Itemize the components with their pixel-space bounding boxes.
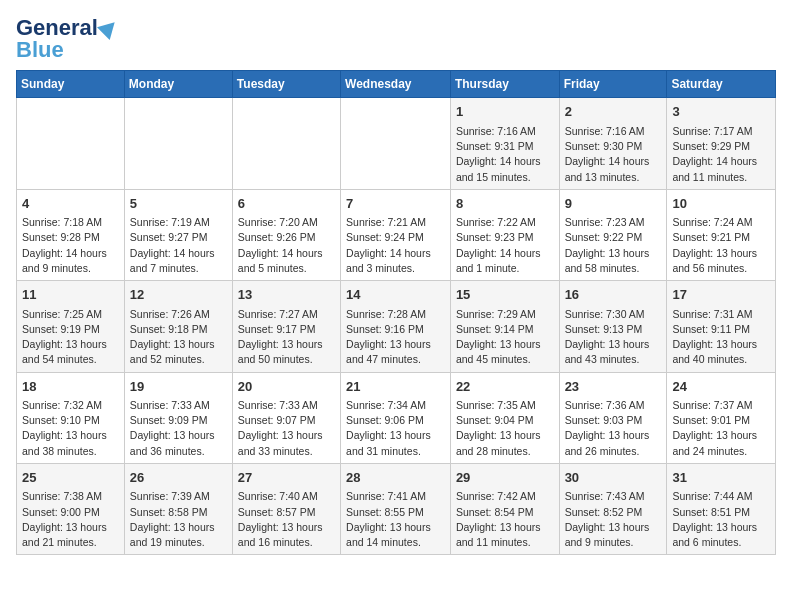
day-number: 23 xyxy=(565,377,662,397)
calendar-cell: 10Sunrise: 7:24 AM Sunset: 9:21 PM Dayli… xyxy=(667,189,776,280)
calendar-cell: 26Sunrise: 7:39 AM Sunset: 8:58 PM Dayli… xyxy=(124,463,232,554)
header-monday: Monday xyxy=(124,71,232,98)
day-info: Sunrise: 7:20 AM Sunset: 9:26 PM Dayligh… xyxy=(238,215,335,276)
day-number: 10 xyxy=(672,194,770,214)
day-number: 25 xyxy=(22,468,119,488)
calendar-cell: 18Sunrise: 7:32 AM Sunset: 9:10 PM Dayli… xyxy=(17,372,125,463)
header-friday: Friday xyxy=(559,71,667,98)
calendar-cell: 4Sunrise: 7:18 AM Sunset: 9:28 PM Daylig… xyxy=(17,189,125,280)
calendar-cell: 19Sunrise: 7:33 AM Sunset: 9:09 PM Dayli… xyxy=(124,372,232,463)
day-info: Sunrise: 7:42 AM Sunset: 8:54 PM Dayligh… xyxy=(456,489,554,550)
header-tuesday: Tuesday xyxy=(232,71,340,98)
day-info: Sunrise: 7:39 AM Sunset: 8:58 PM Dayligh… xyxy=(130,489,227,550)
calendar-cell: 22Sunrise: 7:35 AM Sunset: 9:04 PM Dayli… xyxy=(450,372,559,463)
calendar-header-row: SundayMondayTuesdayWednesdayThursdayFrid… xyxy=(17,71,776,98)
calendar-cell: 31Sunrise: 7:44 AM Sunset: 8:51 PM Dayli… xyxy=(667,463,776,554)
day-info: Sunrise: 7:41 AM Sunset: 8:55 PM Dayligh… xyxy=(346,489,445,550)
day-info: Sunrise: 7:30 AM Sunset: 9:13 PM Dayligh… xyxy=(565,307,662,368)
logo: General Blue xyxy=(16,16,118,62)
calendar-cell: 15Sunrise: 7:29 AM Sunset: 9:14 PM Dayli… xyxy=(450,281,559,372)
calendar-cell: 12Sunrise: 7:26 AM Sunset: 9:18 PM Dayli… xyxy=(124,281,232,372)
calendar-table: SundayMondayTuesdayWednesdayThursdayFrid… xyxy=(16,70,776,555)
day-info: Sunrise: 7:28 AM Sunset: 9:16 PM Dayligh… xyxy=(346,307,445,368)
calendar-cell xyxy=(124,98,232,189)
day-number: 9 xyxy=(565,194,662,214)
calendar-week-row: 11Sunrise: 7:25 AM Sunset: 9:19 PM Dayli… xyxy=(17,281,776,372)
day-number: 20 xyxy=(238,377,335,397)
calendar-cell: 24Sunrise: 7:37 AM Sunset: 9:01 PM Dayli… xyxy=(667,372,776,463)
calendar-cell: 8Sunrise: 7:22 AM Sunset: 9:23 PM Daylig… xyxy=(450,189,559,280)
day-info: Sunrise: 7:31 AM Sunset: 9:11 PM Dayligh… xyxy=(672,307,770,368)
calendar-cell: 16Sunrise: 7:30 AM Sunset: 9:13 PM Dayli… xyxy=(559,281,667,372)
calendar-cell: 1Sunrise: 7:16 AM Sunset: 9:31 PM Daylig… xyxy=(450,98,559,189)
day-info: Sunrise: 7:43 AM Sunset: 8:52 PM Dayligh… xyxy=(565,489,662,550)
day-info: Sunrise: 7:22 AM Sunset: 9:23 PM Dayligh… xyxy=(456,215,554,276)
day-info: Sunrise: 7:38 AM Sunset: 9:00 PM Dayligh… xyxy=(22,489,119,550)
calendar-cell: 6Sunrise: 7:20 AM Sunset: 9:26 PM Daylig… xyxy=(232,189,340,280)
day-info: Sunrise: 7:23 AM Sunset: 9:22 PM Dayligh… xyxy=(565,215,662,276)
header-thursday: Thursday xyxy=(450,71,559,98)
day-number: 26 xyxy=(130,468,227,488)
day-number: 29 xyxy=(456,468,554,488)
calendar-cell xyxy=(232,98,340,189)
day-number: 22 xyxy=(456,377,554,397)
calendar-cell: 3Sunrise: 7:17 AM Sunset: 9:29 PM Daylig… xyxy=(667,98,776,189)
day-number: 13 xyxy=(238,285,335,305)
day-number: 27 xyxy=(238,468,335,488)
calendar-cell: 9Sunrise: 7:23 AM Sunset: 9:22 PM Daylig… xyxy=(559,189,667,280)
calendar-cell: 20Sunrise: 7:33 AM Sunset: 9:07 PM Dayli… xyxy=(232,372,340,463)
calendar-cell: 14Sunrise: 7:28 AM Sunset: 9:16 PM Dayli… xyxy=(341,281,451,372)
calendar-week-row: 25Sunrise: 7:38 AM Sunset: 9:00 PM Dayli… xyxy=(17,463,776,554)
logo-icon xyxy=(97,16,121,40)
day-number: 3 xyxy=(672,102,770,122)
day-info: Sunrise: 7:25 AM Sunset: 9:19 PM Dayligh… xyxy=(22,307,119,368)
calendar-cell: 27Sunrise: 7:40 AM Sunset: 8:57 PM Dayli… xyxy=(232,463,340,554)
calendar-cell: 7Sunrise: 7:21 AM Sunset: 9:24 PM Daylig… xyxy=(341,189,451,280)
calendar-cell: 21Sunrise: 7:34 AM Sunset: 9:06 PM Dayli… xyxy=(341,372,451,463)
day-info: Sunrise: 7:17 AM Sunset: 9:29 PM Dayligh… xyxy=(672,124,770,185)
day-number: 4 xyxy=(22,194,119,214)
day-number: 1 xyxy=(456,102,554,122)
calendar-cell: 28Sunrise: 7:41 AM Sunset: 8:55 PM Dayli… xyxy=(341,463,451,554)
day-number: 2 xyxy=(565,102,662,122)
calendar-cell: 17Sunrise: 7:31 AM Sunset: 9:11 PM Dayli… xyxy=(667,281,776,372)
day-info: Sunrise: 7:29 AM Sunset: 9:14 PM Dayligh… xyxy=(456,307,554,368)
day-info: Sunrise: 7:33 AM Sunset: 9:09 PM Dayligh… xyxy=(130,398,227,459)
calendar-cell: 11Sunrise: 7:25 AM Sunset: 9:19 PM Dayli… xyxy=(17,281,125,372)
day-number: 19 xyxy=(130,377,227,397)
day-number: 16 xyxy=(565,285,662,305)
logo-blue: Blue xyxy=(16,38,64,62)
calendar-cell: 13Sunrise: 7:27 AM Sunset: 9:17 PM Dayli… xyxy=(232,281,340,372)
day-info: Sunrise: 7:33 AM Sunset: 9:07 PM Dayligh… xyxy=(238,398,335,459)
day-number: 17 xyxy=(672,285,770,305)
day-info: Sunrise: 7:26 AM Sunset: 9:18 PM Dayligh… xyxy=(130,307,227,368)
day-number: 21 xyxy=(346,377,445,397)
day-info: Sunrise: 7:37 AM Sunset: 9:01 PM Dayligh… xyxy=(672,398,770,459)
day-info: Sunrise: 7:19 AM Sunset: 9:27 PM Dayligh… xyxy=(130,215,227,276)
day-number: 24 xyxy=(672,377,770,397)
day-number: 31 xyxy=(672,468,770,488)
day-info: Sunrise: 7:27 AM Sunset: 9:17 PM Dayligh… xyxy=(238,307,335,368)
calendar-cell: 2Sunrise: 7:16 AM Sunset: 9:30 PM Daylig… xyxy=(559,98,667,189)
day-info: Sunrise: 7:34 AM Sunset: 9:06 PM Dayligh… xyxy=(346,398,445,459)
calendar-cell: 23Sunrise: 7:36 AM Sunset: 9:03 PM Dayli… xyxy=(559,372,667,463)
day-info: Sunrise: 7:16 AM Sunset: 9:30 PM Dayligh… xyxy=(565,124,662,185)
day-number: 18 xyxy=(22,377,119,397)
calendar-week-row: 4Sunrise: 7:18 AM Sunset: 9:28 PM Daylig… xyxy=(17,189,776,280)
calendar-week-row: 1Sunrise: 7:16 AM Sunset: 9:31 PM Daylig… xyxy=(17,98,776,189)
calendar-cell: 5Sunrise: 7:19 AM Sunset: 9:27 PM Daylig… xyxy=(124,189,232,280)
page-header: General Blue xyxy=(16,16,776,62)
day-info: Sunrise: 7:24 AM Sunset: 9:21 PM Dayligh… xyxy=(672,215,770,276)
day-info: Sunrise: 7:21 AM Sunset: 9:24 PM Dayligh… xyxy=(346,215,445,276)
day-number: 14 xyxy=(346,285,445,305)
day-info: Sunrise: 7:36 AM Sunset: 9:03 PM Dayligh… xyxy=(565,398,662,459)
header-wednesday: Wednesday xyxy=(341,71,451,98)
day-info: Sunrise: 7:35 AM Sunset: 9:04 PM Dayligh… xyxy=(456,398,554,459)
calendar-cell: 29Sunrise: 7:42 AM Sunset: 8:54 PM Dayli… xyxy=(450,463,559,554)
calendar-cell xyxy=(17,98,125,189)
day-number: 12 xyxy=(130,285,227,305)
day-info: Sunrise: 7:16 AM Sunset: 9:31 PM Dayligh… xyxy=(456,124,554,185)
calendar-week-row: 18Sunrise: 7:32 AM Sunset: 9:10 PM Dayli… xyxy=(17,372,776,463)
header-sunday: Sunday xyxy=(17,71,125,98)
day-number: 8 xyxy=(456,194,554,214)
